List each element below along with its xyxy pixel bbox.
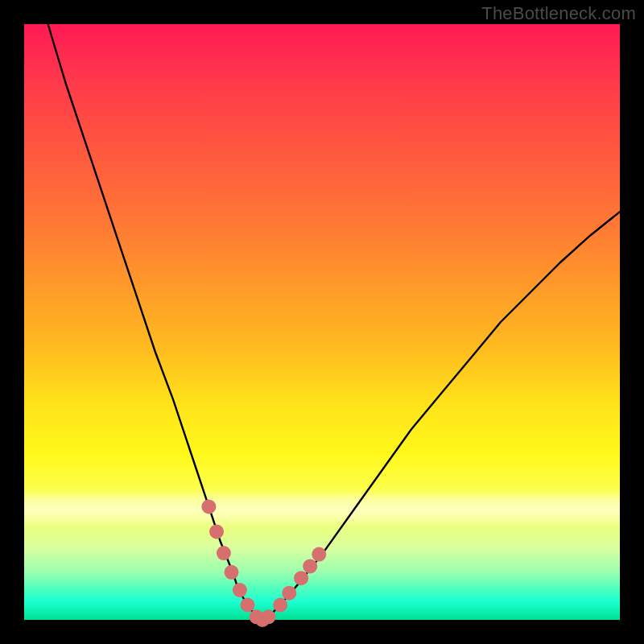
bottleneck-curve <box>48 24 620 620</box>
highlight-dot <box>312 547 326 562</box>
highlight-dot <box>303 559 317 573</box>
highlight-dot <box>273 598 287 613</box>
highlight-dot <box>282 586 296 601</box>
highlight-dot <box>261 609 275 624</box>
outer-frame: TheBottleneck.com <box>0 0 644 644</box>
highlight-dot <box>217 546 231 560</box>
highlight-dot <box>294 571 308 585</box>
plot-area <box>24 24 620 620</box>
highlight-dot <box>225 565 239 580</box>
highlight-dot <box>209 524 224 539</box>
highlight-dot <box>201 499 216 514</box>
watermark-text: TheBottleneck.com <box>481 3 636 24</box>
highlight-dots <box>201 499 326 627</box>
highlight-dot <box>241 598 255 613</box>
highlight-dot <box>233 583 247 597</box>
curve-svg <box>24 24 620 620</box>
